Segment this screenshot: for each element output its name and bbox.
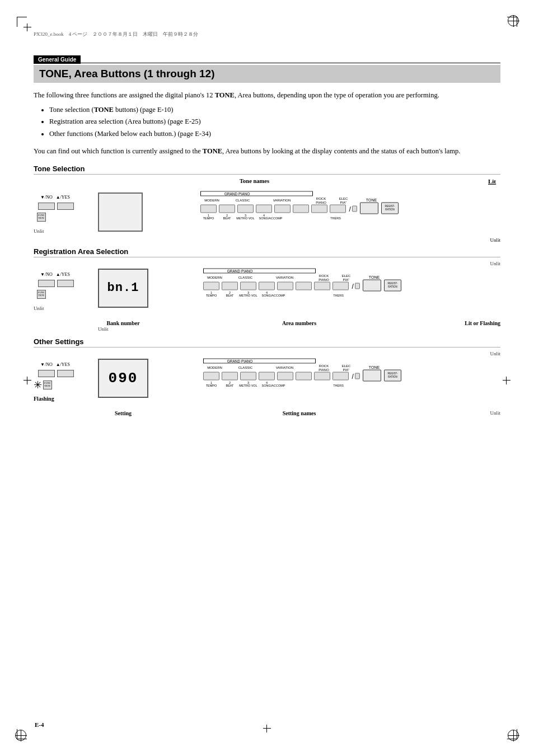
svg-rect-87: [296, 372, 312, 380]
display-reg: bn.1: [98, 269, 148, 308]
svg-text:ROCK: ROCK: [319, 364, 329, 368]
up-arrow-label: ▲/YES: [56, 195, 70, 200]
svg-text:1: 1: [208, 214, 209, 217]
tone-selection-title: Tone Selection: [34, 165, 500, 173]
starburst-icon: ✳: [34, 380, 42, 390]
svg-rect-57: [355, 283, 360, 289]
lit-or-flashing-label: Lit or Flashing: [450, 320, 500, 326]
function-row-reg: FUNCTION: [37, 290, 98, 299]
svg-rect-51: [278, 282, 293, 290]
reg-bottom-labels: Bank number Area numbers Lit or Flashing: [98, 320, 500, 326]
svg-text:/: /: [352, 373, 354, 381]
svg-rect-35: [204, 269, 316, 273]
page-number: E-4: [35, 721, 44, 728]
svg-text:PIA": PIA": [340, 201, 347, 204]
setting-names-label: Setting names: [148, 410, 450, 416]
other-keyboard-row: ▼/NO ▲/YES ✳ FUNCTION Flashing: [34, 358, 500, 410]
small-btn-reg-1: [38, 280, 55, 287]
flashing-label: Flashing: [34, 396, 98, 402]
svg-rect-53: [315, 282, 330, 290]
unlit-left-reg: Unlit: [34, 306, 98, 311]
svg-rect-88: [315, 372, 330, 380]
svg-text:RATION: RATION: [388, 285, 397, 288]
svg-text:/: /: [352, 283, 354, 290]
svg-rect-18: [312, 205, 327, 213]
svg-text:REGIST-: REGIST-: [385, 205, 395, 208]
svg-text:ROCK: ROCK: [319, 274, 329, 278]
header-text: PX320_e.book 4 ページ ２００７年８月１日 木曜日 午前９時２８分: [34, 31, 199, 38]
svg-text:CLASSIC: CLASSIC: [238, 366, 253, 369]
svg-rect-14: [238, 205, 254, 213]
svg-text:2: 2: [229, 381, 231, 384]
display-reg-text: bn.1: [107, 281, 139, 295]
svg-text:PIA": PIA": [343, 278, 350, 281]
tone-keyboard-row: ▼/NO ▲/YES FUNCTION Unlit: [34, 190, 500, 243]
svg-text:VARIATION: VARIATION: [273, 199, 291, 202]
svg-text:1: 1: [210, 381, 212, 384]
keyboard-svg-tone: GRAND PIANO MODERN CLASSIC VARIATION ROC…: [147, 190, 500, 241]
svg-text:ROCK: ROCK: [316, 197, 326, 200]
page-title: TONE, Area Buttons (1 through 12): [39, 68, 495, 80]
svg-text:TONE: TONE: [369, 275, 380, 279]
lit-label: Lit: [488, 178, 496, 185]
svg-text:THERS: THERS: [333, 384, 344, 387]
unlit-left-tone: Unlit: [34, 228, 98, 234]
small-btn-other-2: [57, 370, 74, 377]
function-btn-other: FUNCTION: [43, 381, 52, 389]
svg-rect-70: [204, 359, 316, 363]
bullet-2: Registration area selection (Area button…: [49, 116, 500, 128]
small-btn-reg-2: [57, 280, 74, 287]
svg-rect-47: [204, 282, 219, 290]
svg-text:TONE: TONE: [366, 198, 377, 202]
regmark-mid-left: [24, 377, 31, 384]
small-btn-2: [57, 203, 74, 210]
svg-rect-17: [293, 205, 309, 213]
unlit-top-right-reg: Unlit: [34, 261, 500, 266]
svg-rect-20: [360, 203, 378, 214]
svg-text:4: 4: [263, 214, 265, 217]
second-para: You can find out which function is curre…: [34, 145, 500, 157]
svg-rect-86: [278, 372, 293, 380]
tone-selection-section: Tone Selection Tone names Lit ▼/NO ▲/YES: [34, 165, 500, 243]
svg-text:ELEC: ELEC: [342, 274, 351, 278]
svg-text:VARIATION: VARIATION: [276, 276, 293, 279]
svg-text:SONG/ACCOMP: SONG/ACCOMP: [259, 217, 283, 220]
svg-text:RATION: RATION: [388, 375, 397, 378]
keyboard-svg-reg: GRAND PIANO MODERN CLASSIC VARIATION ROC…: [153, 267, 500, 318]
svg-text:VARIATION: VARIATION: [276, 366, 293, 369]
svg-text:1: 1: [210, 291, 212, 294]
small-buttons-reg: [38, 280, 98, 287]
other-bottom-labels: Setting Setting names Unlit: [98, 410, 500, 416]
bullet-3: Other functions (Marked below each butto…: [49, 128, 500, 140]
tone-names-row: Tone names Lit: [167, 178, 500, 190]
svg-text:MODERN: MODERN: [207, 366, 222, 369]
registration-title: Registration Area Selection: [34, 247, 500, 256]
other-settings-diagram: Unlit ▼/NO ▲/YES ✳ FUNCT: [34, 347, 500, 416]
bullet-list: Tone selection (TONE buttons) (page E-10…: [49, 104, 500, 140]
regmark-top-left: [24, 24, 31, 31]
svg-rect-89: [333, 372, 349, 380]
small-btn-1: [38, 203, 55, 210]
regmark-mid-right: [503, 377, 510, 384]
svg-rect-92: [355, 373, 360, 379]
svg-text:PIANO: PIANO: [318, 278, 329, 281]
svg-text:CLASSIC: CLASSIC: [236, 199, 250, 202]
svg-rect-13: [219, 205, 235, 213]
svg-text:4: 4: [266, 291, 268, 294]
registration-diagram: Unlit ▼/NO ▲/YES FUNCTION Un: [34, 257, 500, 332]
svg-text:REGIST-: REGIST-: [387, 282, 398, 285]
function-row: FUNCTION: [37, 213, 98, 222]
function-row-other: ✳ FUNCTION: [34, 380, 98, 390]
svg-rect-22: [353, 206, 357, 212]
regmark-bottom-left: [15, 730, 26, 741]
svg-text:/: /: [349, 205, 352, 213]
svg-rect-82: [204, 372, 219, 380]
svg-text:MODERN: MODERN: [204, 199, 219, 202]
svg-text:CLASSIC: CLASSIC: [238, 276, 253, 279]
main-content: The following three functions are assign…: [34, 90, 500, 416]
svg-rect-48: [222, 282, 238, 290]
unlit-left-reg2: Unlit: [98, 326, 500, 332]
svg-text:TONE: TONE: [369, 365, 380, 369]
regmark-bottom-center: [263, 725, 271, 732]
function-btn: FUNCTION: [37, 213, 46, 222]
